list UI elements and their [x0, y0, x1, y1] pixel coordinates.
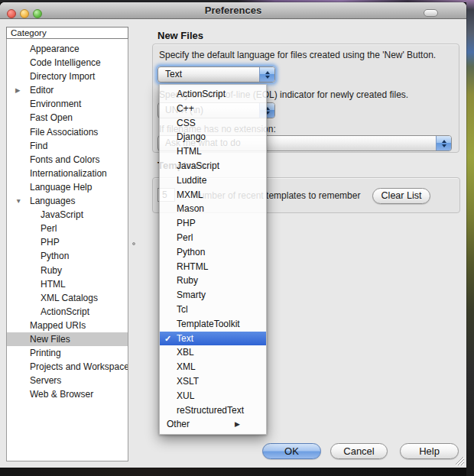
sidebar-item-find[interactable]: Find	[7, 139, 128, 153]
menu-item-label: MXML	[177, 189, 203, 200]
triangle-expanded-icon[interactable]: ▼	[15, 194, 24, 208]
sidebar-item-directory-import[interactable]: Directory Import	[7, 70, 128, 83]
help-button[interactable]: Help	[400, 443, 459, 459]
menu-item-restructuredtext[interactable]: reStructuredText	[160, 403, 266, 418]
menu-item-django[interactable]: Django	[160, 130, 266, 144]
sidebar-item-web-browser[interactable]: Web & Browser	[7, 387, 128, 401]
sidebar-item-printing[interactable]: Printing	[7, 346, 128, 360]
sidebar-item-code-intelligence[interactable]: Code Intelligence	[7, 56, 128, 70]
menu-item-other[interactable]: Other▶	[160, 417, 266, 432]
menu-item-rhtml[interactable]: RHTML	[160, 260, 266, 274]
menu-item-c[interactable]: C++	[160, 102, 266, 116]
category-column-header[interactable]: Category	[6, 27, 128, 39]
sidebar-item-language-help[interactable]: Language Help	[7, 180, 128, 194]
menu-item-label: HTML	[177, 146, 202, 157]
sidebar-item-html[interactable]: HTML	[7, 277, 128, 291]
menu-item-tcl[interactable]: Tcl	[160, 303, 266, 317]
default-language-popup[interactable]: Text	[157, 66, 275, 83]
sidebar-item-label: ActionScript	[41, 306, 89, 317]
sidebar-item-perl[interactable]: Perl	[7, 222, 128, 235]
sidebar-item-label: PHP	[41, 237, 60, 248]
sidebar-item-javascript[interactable]: JavaScript	[7, 208, 128, 222]
resize-grip[interactable]	[456, 457, 464, 465]
menu-item-python[interactable]: Python	[160, 245, 266, 260]
menu-item-label: Django	[177, 131, 206, 142]
sidebar-item-languages[interactable]: ▼Languages	[7, 194, 128, 208]
menu-item-css[interactable]: CSS	[160, 116, 266, 131]
sidebar-item-label: Internationalization	[30, 168, 107, 179]
sidebar-item-label: XML Catalogs	[41, 293, 98, 303]
sidebar-item-internationalization[interactable]: Internationalization	[7, 167, 128, 180]
triangle-collapsed-icon[interactable]: ▶	[15, 83, 24, 97]
menu-item-label: XBL	[177, 347, 194, 358]
menu-item-xslt[interactable]: XSLT	[160, 374, 266, 389]
menu-item-label: Tcl	[177, 304, 188, 315]
cancel-button[interactable]: Cancel	[330, 443, 388, 459]
sidebar-item-label: Ruby	[41, 265, 62, 276]
sidebar-item-python[interactable]: Python	[7, 249, 128, 263]
desktop-background-bottom	[0, 468, 466, 476]
menu-item-perl[interactable]: Perl	[160, 231, 266, 245]
sidebar-item-xml-catalogs[interactable]: XML Catalogs	[7, 291, 128, 305]
menu-item-javascript[interactable]: JavaScript	[160, 159, 266, 173]
category-list: Category AppearanceCode IntelligenceDire…	[6, 27, 128, 461]
section-title-new-files: New Files	[157, 30, 203, 41]
sidebar-item-editor[interactable]: ▶Editor	[7, 83, 128, 97]
sidebar-item-label: Projects and Workspace	[30, 361, 128, 372]
menu-item-label: Smarty	[177, 290, 206, 300]
sidebar-item-appearance[interactable]: Appearance	[7, 42, 128, 56]
sidebar-item-new-files[interactable]: New Files	[7, 332, 128, 346]
title-bar[interactable]: Preferences	[0, 2, 466, 19]
sidebar-item-label: JavaScript	[41, 209, 83, 220]
window-title: Preferences	[0, 5, 466, 16]
sidebar-item-label: Printing	[30, 348, 61, 358]
menu-item-actionscript[interactable]: ActionScript	[160, 87, 266, 102]
menu-item-label: C++	[177, 103, 194, 114]
menu-item-xul[interactable]: XUL	[160, 389, 266, 403]
splitter-grip-dot[interactable]	[132, 242, 135, 245]
menu-item-templatetoolkit[interactable]: TemplateToolkit	[160, 317, 266, 332]
sidebar-item-php[interactable]: PHP	[7, 235, 128, 249]
checkmark-icon: ✓	[164, 332, 171, 346]
sidebar-item-projects-and-workspace[interactable]: Projects and Workspace	[7, 360, 128, 374]
sidebar-item-label: Perl	[41, 223, 57, 234]
sidebar-item-mapped-uris[interactable]: Mapped URIs	[7, 319, 128, 332]
sidebar-item-label: Language Help	[30, 182, 92, 193]
sidebar-item-servers[interactable]: Servers	[7, 374, 128, 387]
sidebar-item-label: Fonts and Colors	[30, 154, 99, 165]
menu-item-label: Perl	[177, 232, 193, 243]
menu-item-label: ActionScript	[177, 89, 226, 99]
menu-item-label: Text	[177, 333, 193, 344]
sidebar-item-label: Code Intelligence	[30, 57, 101, 68]
up-down-arrows-icon	[259, 67, 274, 82]
sidebar-item-fonts-and-colors[interactable]: Fonts and Colors	[7, 153, 128, 167]
menu-item-label: Python	[177, 247, 205, 257]
menu-item-xbl[interactable]: XBL	[160, 345, 266, 360]
sidebar-item-environment[interactable]: Environment	[7, 97, 128, 111]
submenu-arrow-icon: ▶	[235, 417, 240, 432]
menu-item-ruby[interactable]: Ruby	[160, 274, 266, 288]
menu-item-mason[interactable]: Mason	[160, 202, 266, 216]
sidebar-item-label: New Files	[30, 334, 70, 345]
sidebar-item-label: Languages	[30, 196, 75, 206]
menu-item-xml[interactable]: XML	[160, 360, 266, 374]
sidebar-item-file-associations[interactable]: File Associations	[7, 125, 128, 139]
menu-item-label: PHP	[177, 218, 196, 228]
sidebar-item-fast-open[interactable]: Fast Open	[7, 111, 128, 125]
menu-item-mxml[interactable]: MXML	[160, 188, 266, 202]
sidebar-item-actionscript[interactable]: ActionScript	[7, 305, 128, 319]
default-language-popup-value: Text	[165, 67, 182, 82]
toolbar-pill-button[interactable]	[424, 9, 438, 17]
sidebar-item-label: Editor	[30, 85, 54, 96]
clear-list-button[interactable]: Clear List	[372, 188, 430, 204]
sidebar-item-label: Appearance	[30, 44, 80, 54]
sidebar-item-label: File Associations	[30, 127, 98, 138]
menu-item-smarty[interactable]: Smarty	[160, 288, 266, 303]
ok-button[interactable]: OK	[262, 443, 321, 459]
menu-item-html[interactable]: HTML	[160, 144, 266, 159]
menu-item-php[interactable]: PHP	[160, 216, 266, 231]
menu-item-text[interactable]: ✓Text	[160, 332, 266, 346]
sidebar-item-ruby[interactable]: Ruby	[7, 264, 128, 277]
menu-item-luddite[interactable]: Luddite	[160, 173, 266, 188]
menu-item-label: JavaScript	[177, 160, 219, 171]
